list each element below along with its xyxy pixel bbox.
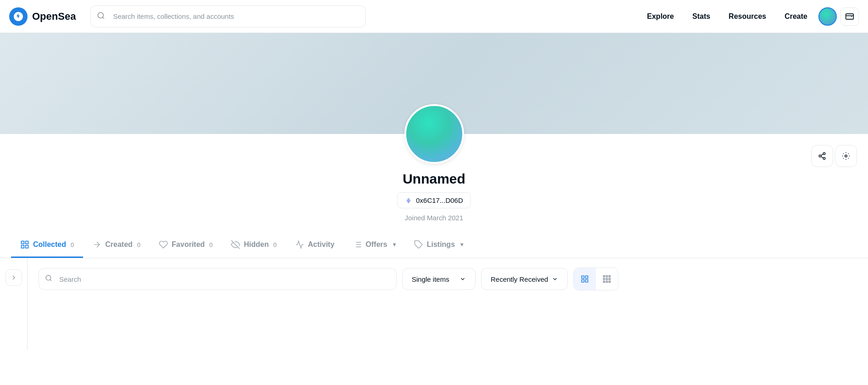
avatar[interactable] bbox=[818, 7, 837, 26]
single-items-arrow bbox=[459, 276, 466, 282]
svg-rect-1 bbox=[846, 14, 854, 19]
svg-rect-9 bbox=[26, 241, 28, 244]
offers-dropdown-arrow: ▾ bbox=[393, 241, 396, 248]
tab-offers-label: Offers bbox=[366, 240, 387, 249]
recently-received-dropdown[interactable]: Recently Received bbox=[481, 268, 568, 290]
tab-hidden-count: 0 bbox=[274, 241, 277, 248]
search-bar bbox=[90, 6, 366, 28]
profile-name: Unnamed bbox=[403, 171, 465, 187]
filter-search-icon bbox=[45, 274, 52, 284]
profile-avatar bbox=[404, 104, 464, 164]
svg-rect-22 bbox=[586, 276, 588, 278]
listings-dropdown-arrow: ▾ bbox=[460, 241, 463, 248]
tab-hidden-label: Hidden bbox=[244, 240, 269, 249]
logo[interactable]: OpenSea bbox=[9, 7, 76, 26]
ethereum-icon bbox=[405, 197, 412, 204]
grid-view-buttons bbox=[573, 268, 618, 290]
tab-activity-label: Activity bbox=[308, 240, 335, 249]
svg-rect-21 bbox=[582, 276, 584, 278]
opensea-logo-icon bbox=[9, 7, 28, 26]
tab-collected-label: Collected bbox=[33, 240, 66, 249]
wallet-icon[interactable] bbox=[840, 7, 859, 26]
joined-date: Joined March 2021 bbox=[405, 214, 464, 222]
tab-collected[interactable]: Collected 0 bbox=[11, 233, 83, 258]
svg-point-2 bbox=[823, 153, 825, 155]
svg-rect-8 bbox=[22, 241, 24, 244]
tabs-bar: Collected 0 Created 0 Favorited 0 Hidden… bbox=[0, 233, 868, 258]
main-content: Single items Recently Received bbox=[28, 258, 868, 350]
nav-links: Explore Stats Resources Create bbox=[640, 7, 859, 26]
svg-rect-25 bbox=[604, 276, 605, 277]
svg-rect-24 bbox=[586, 280, 588, 282]
profile-address-text: 0x6C17...D06D bbox=[416, 196, 463, 204]
tab-hidden[interactable]: Hidden 0 bbox=[222, 233, 286, 258]
svg-rect-10 bbox=[22, 246, 24, 248]
tab-offers[interactable]: Offers ▾ bbox=[344, 233, 405, 258]
nav-create[interactable]: Create bbox=[777, 9, 815, 24]
tab-created-count: 0 bbox=[137, 241, 140, 248]
svg-rect-30 bbox=[609, 279, 610, 280]
logo-text: OpenSea bbox=[32, 11, 76, 22]
svg-rect-27 bbox=[609, 276, 610, 277]
svg-rect-28 bbox=[604, 279, 605, 280]
navbar: OpenSea Explore Stats Resources Create bbox=[0, 0, 868, 33]
tab-created-label: Created bbox=[105, 240, 133, 249]
svg-point-3 bbox=[819, 155, 821, 157]
tab-listings[interactable]: Listings ▾ bbox=[405, 233, 472, 258]
svg-rect-11 bbox=[26, 246, 28, 248]
svg-rect-33 bbox=[609, 281, 610, 283]
share-button[interactable] bbox=[811, 145, 833, 167]
filter-search-input[interactable] bbox=[39, 268, 397, 290]
svg-rect-26 bbox=[606, 276, 608, 277]
profile-address-pill[interactable]: 0x6C17...D06D bbox=[397, 192, 471, 208]
svg-point-0 bbox=[98, 12, 104, 18]
svg-point-7 bbox=[845, 155, 847, 157]
svg-line-6 bbox=[821, 154, 823, 156]
svg-rect-32 bbox=[606, 281, 608, 283]
svg-point-20 bbox=[46, 275, 51, 280]
tab-favorited-count: 0 bbox=[209, 241, 213, 248]
sidebar-toggle[interactable] bbox=[0, 258, 28, 350]
svg-rect-29 bbox=[606, 279, 608, 280]
tab-favorited-label: Favorited bbox=[172, 240, 205, 249]
tab-collected-count: 0 bbox=[71, 241, 74, 248]
nav-explore[interactable]: Explore bbox=[640, 9, 682, 24]
search-icon bbox=[97, 11, 105, 22]
settings-button[interactable] bbox=[835, 145, 857, 167]
svg-point-4 bbox=[823, 157, 825, 160]
tab-listings-label: Listings bbox=[427, 240, 455, 249]
recently-received-label: Recently Received bbox=[491, 275, 548, 283]
svg-rect-31 bbox=[604, 281, 605, 283]
profile-section: Unnamed 0x6C17...D06D Joined March 2021 bbox=[0, 134, 868, 233]
nav-stats[interactable]: Stats bbox=[685, 9, 717, 24]
single-items-label: Single items bbox=[412, 275, 449, 283]
svg-line-5 bbox=[821, 156, 823, 158]
tab-activity[interactable]: Activity bbox=[286, 233, 344, 258]
content-area: Single items Recently Received bbox=[0, 258, 868, 350]
profile-actions bbox=[811, 145, 857, 167]
tab-favorited[interactable]: Favorited 0 bbox=[150, 233, 222, 258]
grid-view-large[interactable] bbox=[574, 268, 596, 290]
filter-bar: Single items Recently Received bbox=[39, 268, 857, 290]
recently-received-arrow bbox=[552, 276, 558, 282]
svg-rect-23 bbox=[582, 280, 584, 282]
search-input[interactable] bbox=[90, 6, 366, 28]
single-items-dropdown[interactable]: Single items bbox=[402, 268, 476, 290]
search-field-wrap bbox=[39, 268, 397, 290]
nav-resources[interactable]: Resources bbox=[721, 9, 773, 24]
grid-view-small[interactable] bbox=[596, 268, 618, 290]
sidebar-toggle-icon bbox=[6, 269, 22, 286]
tab-created[interactable]: Created 0 bbox=[83, 233, 150, 258]
